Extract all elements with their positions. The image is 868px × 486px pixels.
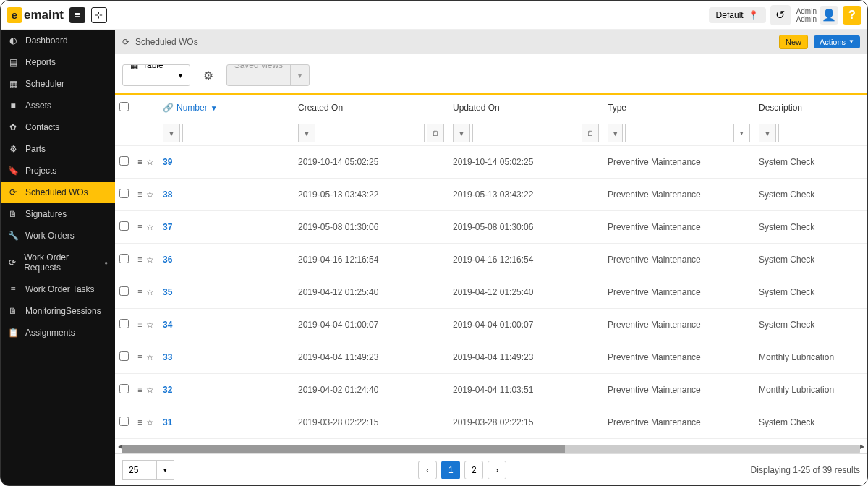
- filter-created-input[interactable]: [318, 124, 425, 142]
- sidebar-icon: ⚙: [8, 144, 18, 154]
- saved-views-selector[interactable]: Saved views ▾: [226, 64, 310, 86]
- row-type: Preventive Maintenance: [603, 211, 754, 244]
- row-number-link[interactable]: 39: [163, 157, 172, 167]
- row-checkbox[interactable]: [119, 286, 129, 296]
- actions-button[interactable]: Actions ▼: [814, 35, 860, 48]
- row-checkbox[interactable]: [119, 221, 129, 231]
- user-menu-button[interactable]: 👤: [820, 6, 838, 25]
- row-type: Preventive Maintenance: [603, 309, 754, 341]
- star-icon[interactable]: ☆: [146, 255, 154, 265]
- list-icon[interactable]: ≡: [137, 352, 142, 362]
- refresh-icon[interactable]: ⟳: [122, 37, 129, 47]
- list-icon[interactable]: ≡: [137, 320, 142, 330]
- row-number-link[interactable]: 36: [163, 255, 172, 265]
- select-all-checkbox[interactable]: [119, 102, 129, 111]
- filter-type-caret[interactable]: ▾: [733, 124, 749, 142]
- col-description[interactable]: Description: [754, 95, 867, 121]
- sidebar-item-projects[interactable]: 🔖Projects: [1, 160, 115, 182]
- row-checkbox[interactable]: [119, 189, 129, 198]
- star-icon[interactable]: ☆: [146, 320, 154, 330]
- star-icon[interactable]: ☆: [146, 385, 154, 395]
- page-prev[interactable]: ‹: [418, 461, 437, 479]
- tree-icon[interactable]: ⊹: [91, 7, 107, 23]
- table-container[interactable]: 🔗Number▼ Created On Updated On Type Desc…: [115, 95, 867, 445]
- sidebar-item-signatures[interactable]: 🗎Signatures: [1, 203, 115, 225]
- list-icon[interactable]: ≡: [137, 417, 142, 427]
- row-number-link[interactable]: 37: [163, 222, 172, 232]
- star-icon[interactable]: ☆: [146, 157, 154, 167]
- sidebar-item-parts[interactable]: ⚙Parts: [1, 138, 115, 160]
- location-pill[interactable]: Default 📍: [709, 7, 766, 23]
- star-icon[interactable]: ☆: [146, 287, 154, 297]
- filter-updated-input[interactable]: [472, 124, 579, 142]
- star-icon[interactable]: ☆: [146, 417, 154, 427]
- page-next[interactable]: ›: [488, 461, 506, 479]
- row-checkbox[interactable]: [119, 254, 129, 263]
- view-caret[interactable]: ▾: [171, 65, 190, 85]
- settings-button[interactable]: ⚙: [197, 64, 219, 86]
- list-icon[interactable]: ≡: [137, 189, 142, 200]
- sidebar-icon: 🗎: [8, 306, 18, 316]
- filter-type-input[interactable]: [626, 124, 733, 142]
- filter-desc-input[interactable]: [778, 124, 867, 142]
- footer: 25 ▾ ‹ 12 › Displaying 1-25 of 39 result…: [115, 453, 867, 485]
- row-number-link[interactable]: 33: [163, 352, 172, 362]
- star-icon[interactable]: ☆: [146, 222, 154, 232]
- sidebar-item-work-orders[interactable]: 🔧Work Orders: [1, 225, 115, 247]
- sidebar-item-monitoringsessions[interactable]: 🗎MonitoringSessions: [1, 300, 115, 322]
- row-updated: 2019-04-04 01:00:07: [448, 309, 603, 341]
- page-2[interactable]: 2: [464, 461, 483, 479]
- filter-number-btn[interactable]: ▼: [163, 124, 180, 142]
- help-button[interactable]: ?: [843, 6, 861, 25]
- saved-views-caret[interactable]: ▾: [290, 65, 309, 85]
- list-icon[interactable]: ≡: [137, 287, 142, 297]
- row-number-link[interactable]: 35: [163, 287, 172, 297]
- page-1[interactable]: 1: [441, 461, 460, 479]
- filter-created-btn[interactable]: ▼: [298, 124, 315, 142]
- list-icon[interactable]: ≡: [137, 255, 142, 265]
- row-number-link[interactable]: 32: [163, 385, 172, 395]
- calendar-updated-btn[interactable]: 🗓: [582, 124, 599, 142]
- sidebar-label: Projects: [25, 166, 56, 176]
- list-icon[interactable]: ≡: [137, 222, 142, 232]
- star-icon[interactable]: ☆: [146, 352, 154, 362]
- filter-desc-btn[interactable]: ▼: [759, 124, 776, 142]
- sidebar-item-work-order-tasks[interactable]: ≡Work Order Tasks: [1, 278, 115, 300]
- row-checkbox[interactable]: [119, 351, 129, 361]
- col-number[interactable]: 🔗Number▼: [158, 95, 294, 121]
- list-icon[interactable]: ≡: [137, 157, 142, 167]
- row-updated: 2019-03-28 02:22:15: [448, 406, 603, 439]
- col-updated[interactable]: Updated On: [448, 95, 603, 121]
- row-checkbox[interactable]: [119, 319, 129, 328]
- sidebar-item-assignments[interactable]: 📋Assignments: [1, 322, 115, 344]
- page-size-caret[interactable]: ▾: [156, 461, 174, 479]
- col-type[interactable]: Type: [603, 95, 754, 121]
- row-number-link[interactable]: 34: [163, 320, 172, 330]
- row-checkbox[interactable]: [119, 417, 129, 426]
- new-button[interactable]: New: [779, 35, 808, 49]
- row-checkbox[interactable]: [119, 384, 129, 393]
- sidebar-item-work-order-requests[interactable]: ⟳Work Order Requests●: [1, 247, 115, 278]
- list-icon[interactable]: ≡: [137, 385, 142, 395]
- filter-number-input[interactable]: [182, 124, 289, 142]
- sidebar-item-scheduled-wos[interactable]: ⟳Scheduled WOs: [1, 182, 115, 203]
- filter-type-btn[interactable]: ▼: [608, 124, 623, 142]
- col-created[interactable]: Created On: [294, 95, 448, 121]
- star-icon[interactable]: ☆: [146, 189, 154, 200]
- menu-icon[interactable]: ≡: [69, 7, 85, 23]
- history-button[interactable]: ↺: [770, 5, 791, 25]
- sidebar-item-scheduler[interactable]: ▦Scheduler: [1, 73, 115, 95]
- sidebar-item-assets[interactable]: ■Assets: [1, 95, 115, 116]
- row-checkbox[interactable]: [119, 156, 129, 166]
- sidebar-item-dashboard[interactable]: ◐Dashboard: [1, 30, 115, 51]
- filter-updated-btn[interactable]: ▼: [453, 124, 470, 142]
- row-number-link[interactable]: 31: [163, 417, 172, 427]
- sidebar-item-contacts[interactable]: ✿Contacts: [1, 116, 115, 138]
- row-number-link[interactable]: 38: [163, 189, 172, 200]
- sidebar-item-reports[interactable]: ▤Reports: [1, 51, 115, 73]
- view-selector[interactable]: ▦Table ▾: [122, 64, 190, 86]
- page-size-selector[interactable]: 25 ▾: [122, 460, 174, 480]
- calendar-created-btn[interactable]: 🗓: [427, 124, 444, 142]
- horizontal-scrollbar[interactable]: [122, 445, 860, 453]
- row-description: System Check: [754, 406, 867, 439]
